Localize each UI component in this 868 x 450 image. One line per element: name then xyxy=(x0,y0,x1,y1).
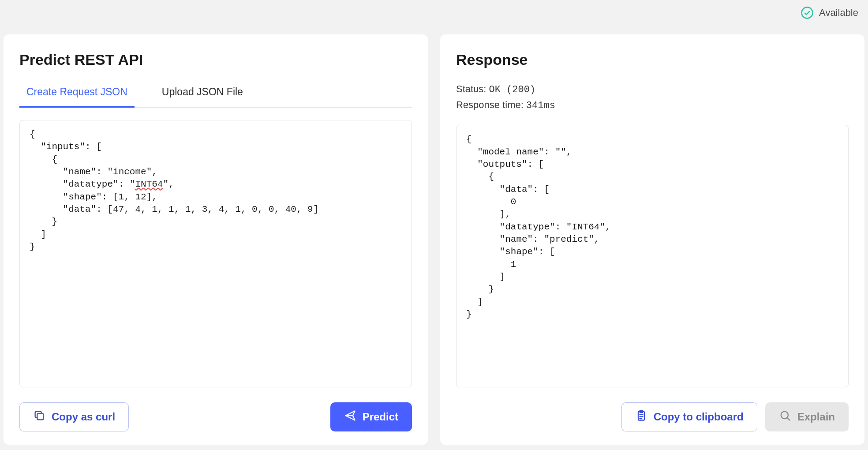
svg-point-4 xyxy=(781,412,788,419)
request-title: Predict REST API xyxy=(19,51,412,68)
response-card: Response Status: OK (200) Response time:… xyxy=(440,34,864,445)
response-json-viewer[interactable]: { "model_name": "", "outputs": [ { "data… xyxy=(456,125,849,387)
response-status-value: OK (200) xyxy=(489,82,535,98)
tab-create-request-json[interactable]: Create Request JSON xyxy=(19,82,135,108)
predict-label: Predict xyxy=(363,411,398,423)
request-code-post: ", "shape": [1, 12], "data": [47, 4, 1, … xyxy=(30,179,318,252)
tab-upload-json-file[interactable]: Upload JSON File xyxy=(155,82,250,108)
response-time-label: Response time: xyxy=(456,98,524,112)
copy-icon xyxy=(33,409,45,424)
explain-button[interactable]: Explain xyxy=(765,402,849,431)
clipboard-icon xyxy=(635,409,647,424)
copy-to-clipboard-button[interactable]: Copy to clipboard xyxy=(621,402,757,431)
svg-point-0 xyxy=(802,8,813,19)
response-status-label: Status: xyxy=(456,82,486,97)
request-tabs: Create Request JSON Upload JSON File xyxy=(19,82,412,108)
predict-button[interactable]: Predict xyxy=(330,402,412,431)
response-title: Response xyxy=(456,51,849,68)
request-json-editor[interactable]: { "inputs": [ { "name": "income", "datat… xyxy=(19,120,412,387)
availability-label: Available xyxy=(819,7,858,19)
copy-as-curl-button[interactable]: Copy as curl xyxy=(19,402,129,431)
response-time-value: 341ms xyxy=(526,98,555,113)
request-code-int64: INT64 xyxy=(135,179,163,189)
copy-as-curl-label: Copy as curl xyxy=(52,411,115,423)
magnifier-icon xyxy=(779,409,791,424)
send-icon xyxy=(344,409,356,424)
svg-rect-1 xyxy=(37,413,43,420)
response-meta: Status: OK (200) Response time: 341ms xyxy=(456,82,849,113)
status-bar: Available xyxy=(4,0,864,26)
explain-label: Explain xyxy=(797,411,835,423)
check-circle-icon xyxy=(801,6,814,19)
copy-to-clipboard-label: Copy to clipboard xyxy=(654,411,744,423)
request-card: Predict REST API Create Request JSON Upl… xyxy=(4,34,428,445)
